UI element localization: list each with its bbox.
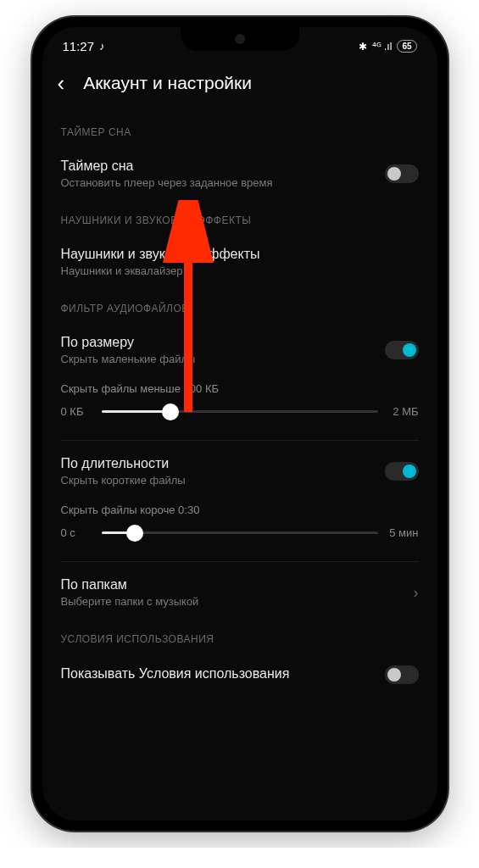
filter-duration-slider-group: Скрыть файлы короче 0:30 0 с 5 мин bbox=[61, 495, 419, 554]
music-icon: ♪ bbox=[99, 40, 105, 53]
slider-label: Скрыть файлы короче 0:30 bbox=[61, 504, 419, 516]
slider-max: 5 мин bbox=[388, 526, 419, 539]
sleep-timer-toggle[interactable] bbox=[385, 164, 419, 183]
section-headphones-label: НАУШНИКИ И ЗВУКОВЫЕ ЭФФЕКТЫ bbox=[61, 198, 419, 238]
setting-subtitle: Наушники и эквалайзер bbox=[61, 264, 419, 277]
status-time: 11:27 bbox=[63, 39, 95, 53]
setting-filter-by-duration[interactable]: По длительности Скрыть короткие файлы bbox=[61, 448, 419, 495]
slider-max: 2 МБ bbox=[388, 405, 419, 418]
slider-thumb[interactable] bbox=[126, 525, 143, 542]
filter-duration-slider[interactable] bbox=[102, 531, 378, 534]
divider bbox=[61, 561, 419, 562]
status-left: 11:27 ♪ bbox=[63, 39, 105, 53]
section-terms-label: УСЛОВИЯ ИСПОЛЬЗОВАНИЯ bbox=[61, 616, 419, 657]
slider-fill bbox=[102, 410, 171, 413]
slider-min: 0 с bbox=[61, 526, 92, 539]
slider-label: Скрыть файлы меньше 500 КБ bbox=[61, 382, 419, 395]
section-filter-label: ФИЛЬТР АУДИОФАЙЛОВ bbox=[61, 286, 419, 326]
setting-text: По длительности Скрыть короткие файлы bbox=[61, 456, 385, 487]
filter-size-slider[interactable] bbox=[102, 410, 378, 413]
toggle-knob bbox=[403, 343, 416, 357]
setting-title: Показывать Условия использования bbox=[61, 666, 385, 682]
toggle-knob bbox=[403, 465, 416, 478]
front-camera bbox=[235, 34, 245, 44]
toggle-knob bbox=[387, 668, 401, 682]
setting-filter-by-size[interactable]: По размеру Скрыть маленькие файлы bbox=[61, 326, 419, 374]
back-button[interactable]: ‹ bbox=[58, 72, 65, 94]
setting-title: Наушники и звуковые эффекты bbox=[61, 247, 419, 262]
setting-headphones-effects[interactable]: Наушники и звуковые эффекты Наушники и э… bbox=[61, 238, 419, 286]
setting-filter-by-folder[interactable]: По папкам Выберите папки с музыкой › bbox=[61, 569, 419, 616]
setting-subtitle: Скрыть короткие файлы bbox=[61, 474, 385, 487]
phone-screen: 11:27 ♪ ✱ ⁴ᴳ .ıl 65 ‹ Аккаунт и настройк… bbox=[42, 27, 437, 821]
setting-show-terms[interactable]: Показывать Условия использования bbox=[61, 657, 419, 693]
setting-title: По размеру bbox=[61, 335, 385, 350]
setting-subtitle: Остановить плеер через заданное время bbox=[61, 176, 385, 189]
toggle-knob bbox=[387, 167, 401, 181]
setting-text: По папкам Выберите папки с музыкой bbox=[61, 577, 414, 608]
setting-text: Наушники и звуковые эффекты Наушники и э… bbox=[61, 247, 419, 277]
phone-frame: 11:27 ♪ ✱ ⁴ᴳ .ıl 65 ‹ Аккаунт и настройк… bbox=[32, 17, 448, 831]
setting-title: Таймер сна bbox=[61, 159, 385, 174]
settings-content: ТАЙМЕР СНА Таймер сна Остановить плеер ч… bbox=[42, 109, 437, 693]
filter-size-slider-group: Скрыть файлы меньше 500 КБ 0 КБ 2 МБ bbox=[61, 374, 419, 433]
slider-thumb[interactable] bbox=[162, 403, 179, 420]
slider-row: 0 КБ 2 МБ bbox=[61, 405, 419, 418]
app-header: ‹ Аккаунт и настройки bbox=[42, 60, 437, 109]
filter-duration-toggle[interactable] bbox=[385, 462, 419, 481]
setting-text: Таймер сна Остановить плеер через заданн… bbox=[61, 159, 385, 189]
signal-icon: ⁴ᴳ .ıl bbox=[372, 41, 393, 53]
setting-title: По длительности bbox=[61, 456, 385, 471]
chevron-right-icon: › bbox=[414, 584, 419, 602]
bluetooth-icon: ✱ bbox=[359, 41, 367, 53]
divider bbox=[61, 440, 419, 441]
setting-sleep-timer[interactable]: Таймер сна Остановить плеер через заданн… bbox=[61, 150, 419, 198]
setting-text: По размеру Скрыть маленькие файлы bbox=[61, 335, 385, 365]
setting-text: Показывать Условия использования bbox=[61, 666, 385, 684]
section-sleep-timer-label: ТАЙМЕР СНА bbox=[61, 109, 419, 150]
slider-row: 0 с 5 мин bbox=[61, 526, 419, 539]
filter-size-toggle[interactable] bbox=[385, 341, 419, 359]
setting-title: По папкам bbox=[61, 577, 414, 593]
battery-icon: 65 bbox=[397, 40, 416, 53]
terms-toggle[interactable] bbox=[385, 665, 419, 684]
slider-min: 0 КБ bbox=[61, 405, 92, 418]
status-right: ✱ ⁴ᴳ .ıl 65 bbox=[359, 40, 417, 53]
page-title: Аккаунт и настройки bbox=[83, 73, 252, 93]
setting-subtitle: Скрыть маленькие файлы bbox=[61, 353, 385, 365]
setting-subtitle: Выберите папки с музыкой bbox=[61, 595, 414, 608]
